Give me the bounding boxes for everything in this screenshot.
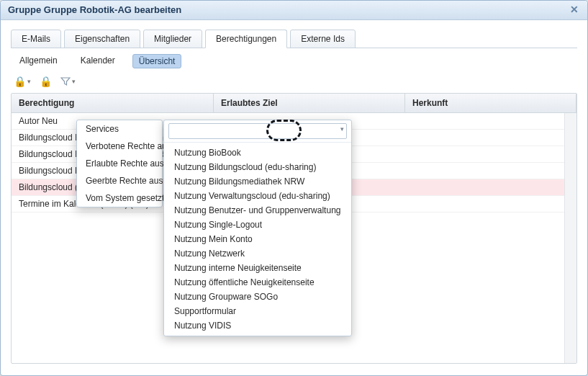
grid-header-herkunft[interactable]: Herkunft [405, 94, 576, 112]
window-titlebar: Gruppe Gruppe Robotik-AG bearbeiten ✕ [1, 1, 587, 20]
table-cell [404, 146, 576, 162]
menu-item-services[interactable]: Services [77, 120, 162, 138]
services-option[interactable]: Nutzung Bildungscloud (edu-sharing) [164, 160, 351, 174]
services-option[interactable]: Supportformular [164, 304, 351, 318]
services-option[interactable]: Nutzung Single-Logout [164, 218, 351, 232]
services-option[interactable]: Nutzung Verwaltungscloud (edu-sharing) [164, 189, 351, 203]
menu-item-hide-system[interactable]: Vom System gesetzte Rechte ausblenden [77, 189, 162, 207]
edit-group-window: Gruppe Gruppe Robotik-AG bearbeiten ✕ E-… [0, 0, 588, 376]
close-icon[interactable]: ✕ [569, 4, 580, 16]
services-option[interactable]: Nutzung Netzwerk [164, 246, 351, 261]
services-option[interactable]: Nutzung öffentliche Neuigkeitenseite [164, 275, 351, 290]
services-filter-input[interactable] [168, 123, 347, 139]
lock-icon[interactable]: 🔒 [40, 76, 52, 87]
services-filter-row: ▾ [164, 120, 351, 143]
services-option[interactable]: Nutzung VIDIS [164, 318, 351, 333]
services-option-list: Nutzung BioBookNutzung Bildungscloud (ed… [164, 143, 351, 336]
tab-externe-ids[interactable]: Externe Ids [290, 30, 356, 48]
table-cell [404, 196, 576, 212]
menu-item-hide-forbidden[interactable]: Verbotene Rechte ausblenden [77, 138, 162, 155]
table-cell [404, 179, 576, 195]
table-cell [404, 113, 576, 129]
services-option[interactable]: Nutzung BioBook [164, 146, 351, 160]
grid-header-erlaubtes-ziel[interactable]: Erlaubtes Ziel [214, 94, 405, 112]
subtab-uebersicht[interactable]: Übersicht [132, 54, 182, 68]
grid-header-row: Berechtigung Erlaubtes Ziel Herkunft [12, 94, 576, 113]
services-dropdown-trigger-icon[interactable]: ▾ [340, 125, 344, 133]
sub-tabs: Allgemein Kalender Übersicht [11, 48, 577, 73]
services-option[interactable]: Nutzung Mein Konto [164, 232, 351, 246]
services-option[interactable]: Nutzung Bildungsmediathek NRW [164, 174, 351, 189]
tab-eigenschaften[interactable]: Eigenschaften [64, 30, 140, 48]
services-option[interactable]: Nutzung Benutzer- und Gruppenverwaltung [164, 203, 351, 218]
tab-emails[interactable]: E-Mails [11, 30, 61, 48]
subtab-kalender[interactable]: Kalender [75, 54, 121, 68]
table-cell [404, 130, 576, 146]
menu-item-hide-allowed[interactable]: Erlaubte Rechte ausblenden [77, 155, 162, 172]
main-tabs: E-Mails Eigenschaften Mitglieder Berecht… [11, 29, 577, 48]
window-title: Gruppe Gruppe Robotik-AG bearbeiten [8, 1, 181, 19]
menu-item-hide-inherited[interactable]: Geerbte Rechte ausblenden [77, 172, 162, 189]
grid-header-berechtigung[interactable]: Berechtigung [12, 94, 214, 112]
column-context-menu: Services Verbotene Rechte ausblenden Erl… [76, 120, 163, 207]
grid-scrollbar[interactable] [564, 113, 576, 363]
services-dropdown: ▾ Nutzung BioBookNutzung Bildungscloud (… [163, 120, 352, 336]
tab-mitglieder[interactable]: Mitglieder [143, 30, 202, 48]
services-option[interactable]: Nutzung interne Neuigkeitenseite [164, 261, 351, 275]
grid-toolbar: 🔒▾ 🔒 ▾ [11, 73, 577, 93]
services-option[interactable]: Nutzung Groupware SOGo [164, 290, 351, 304]
subtab-allgemein[interactable]: Allgemein [14, 54, 63, 68]
add-dropdown-icon[interactable]: 🔒▾ [14, 76, 31, 87]
table-cell [404, 163, 576, 179]
tab-berechtigungen[interactable]: Berechtigungen [205, 30, 287, 48]
filter-dropdown-icon[interactable]: ▾ [60, 76, 76, 86]
